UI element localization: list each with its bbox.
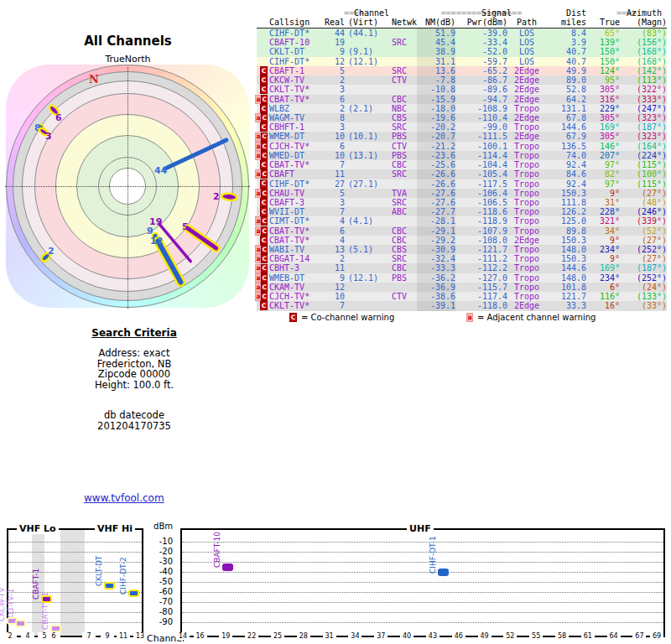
noise-margin-cell: -18.0	[417, 104, 455, 113]
azimuth-magnetic-cell: (187°)	[620, 122, 667, 132]
callsign-cell: WMEM-DT	[268, 132, 323, 141]
noise-margin-cell: -20.7	[417, 132, 455, 141]
real-channel-cell: 19	[323, 38, 345, 47]
azimuth-magnetic-cell: (27°)	[620, 189, 667, 198]
noise-margin-cell: -27.7	[417, 207, 455, 216]
azimuth-true-cell: 207°	[586, 151, 620, 160]
distance-cell: 3.9	[546, 38, 586, 47]
callsign-cell: CBHT-3	[268, 263, 323, 273]
virtual-channel-cell	[345, 207, 385, 216]
azimuth-magnetic-cell: (27°)	[620, 236, 667, 245]
signal-marker-CIHF-DT-2	[128, 589, 139, 597]
path-cell: LOS	[507, 29, 546, 38]
gridline	[182, 552, 663, 553]
noise-margin-cell: -36.2	[417, 273, 455, 283]
network-cell	[385, 301, 417, 310]
callsign-cell: CBGAT-14	[268, 254, 323, 263]
network-cell: SRC	[385, 254, 417, 263]
x-tick-label: 28	[297, 632, 310, 640]
azimuth-magnetic-cell: (333°)	[620, 95, 667, 104]
co-channel-warning-badge: C	[261, 142, 268, 151]
path-cell: LOS	[507, 38, 546, 47]
warning-markers: aC	[257, 113, 268, 122]
noise-margin-cell: -38.6	[417, 292, 455, 301]
warning-markers: C	[257, 198, 268, 207]
power-cell: -118.9	[455, 216, 507, 226]
path-cell: Tropo	[507, 142, 546, 151]
real-channel-cell: 3	[323, 122, 345, 132]
azimuth-true-cell: 6°	[586, 283, 620, 292]
table-row: C CBHFT-1 3 SRC -20.2 -99.0 Tropo 144.6 …	[257, 122, 667, 132]
adjacent-channel-warning-badge: a	[255, 264, 261, 273]
distance-cell: 148.0	[546, 273, 586, 283]
path-cell: Tropo	[507, 179, 546, 189]
real-channel-cell: 4	[323, 216, 345, 226]
virtual-channel-cell	[345, 254, 385, 263]
x-tick-label: 19	[219, 632, 232, 640]
x-tick-label: 52	[503, 632, 517, 640]
co-channel-warning-badge: C	[260, 179, 268, 189]
path-cell: Tropo	[507, 292, 546, 301]
real-channel-cell: 6	[323, 142, 345, 151]
warning-markers	[257, 38, 268, 47]
co-channel-warning-badge: C	[260, 104, 268, 113]
distance-cell: 144.6	[546, 122, 586, 132]
signal-marker-CKLT-TV-1	[15, 620, 26, 627]
path-cell: Tropo	[507, 122, 546, 132]
callsign-cell: CIHF-DT*	[268, 29, 323, 38]
virtual-channel-cell	[345, 38, 385, 47]
power-cell: -108.0	[455, 236, 507, 245]
warning-markers: C	[257, 122, 268, 132]
power-cell: -33.4	[455, 38, 507, 47]
network-cell: SRC	[385, 38, 417, 47]
noise-margin-cell: -29.2	[417, 236, 455, 245]
virtual-channel-cell	[345, 142, 385, 151]
warning-markers: aC	[257, 283, 268, 292]
path-cell: 2Edge	[507, 236, 546, 245]
azimuth-magnetic-cell: (168°)	[620, 57, 667, 66]
co-channel-warning-badge: C	[261, 273, 268, 283]
path-cell: Tropo	[507, 216, 546, 226]
callsign-cell: CHAU-TV	[268, 189, 323, 198]
gridline	[182, 572, 663, 573]
distance-cell: 121.7	[546, 292, 586, 301]
legend-co-channel-text: = Co-channel warning	[301, 313, 394, 322]
callsign-cell: CKCW-TV	[268, 75, 323, 85]
co-channel-warning-badge: C	[260, 207, 268, 216]
warning-markers: C	[257, 104, 268, 113]
x-tick-label: 69	[650, 632, 663, 640]
table-row: C WVII-DT 7 ABC -27.7 -118.6 Tropo 126.2…	[257, 207, 667, 216]
virtual-channel-cell	[345, 283, 385, 292]
path-cell: LOS	[507, 47, 546, 56]
distance-cell: 84.6	[546, 169, 586, 179]
adjacent-channel-warning-badge: a	[255, 292, 261, 301]
table-row: CIHF-DT* 12 (12.1) 31.1 -59.7 LOS 40.7 1…	[257, 57, 667, 66]
noise-margin-cell: -30.9	[417, 245, 455, 254]
noise-margin-cell: -27.6	[417, 189, 455, 198]
distance-cell: 136.5	[546, 142, 586, 151]
virtual-channel-cell: (12.1)	[345, 273, 385, 283]
tvfool-link[interactable]: www.tvfool.com	[84, 492, 164, 504]
network-cell: TVA	[385, 189, 417, 198]
x-tick-label: 61	[581, 632, 595, 640]
virtual-channel-cell: (4.1)	[345, 216, 385, 226]
power-cell: -107.9	[455, 226, 507, 236]
co-channel-warning-badge: C	[261, 95, 268, 104]
path-cell: Tropo	[507, 160, 546, 169]
co-channel-warning-badge: C	[260, 66, 268, 75]
power-cell: -86.7	[455, 75, 507, 85]
noise-margin-cell: -33.3	[417, 263, 455, 273]
table-row: aC WMEB-DT 9 (12.1) PBS -36.2 -127.0 Tro…	[257, 273, 667, 283]
y-tick-label: -40	[146, 567, 173, 576]
callsign-cell: CJCH-TV*	[268, 142, 323, 151]
adjacent-channel-warning-badge: a	[255, 189, 261, 198]
adjacent-channel-warning-badge: a	[255, 151, 261, 160]
virtual-channel-cell: (2.1)	[345, 104, 385, 113]
real-channel-cell: 6	[323, 95, 345, 104]
legend-adjacent-channel: a = Adjacent channel warning	[466, 313, 596, 322]
noise-margin-cell: -32.4	[417, 254, 455, 263]
radar-crosshair-vertical	[127, 67, 128, 309]
power-cell: -111.2	[455, 254, 507, 263]
network-cell: ABC	[385, 207, 417, 216]
callsign-cell: WABI-TV	[268, 245, 323, 254]
